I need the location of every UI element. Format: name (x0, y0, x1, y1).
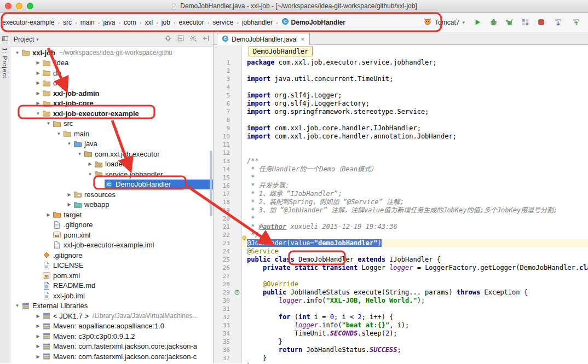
expand-arrow-icon[interactable]: ▶ (34, 323, 42, 328)
tree-item-src[interactable]: ▼src (10, 119, 213, 129)
code-line-30[interactable]: 30 logger.info("XXL-JOB, Hello World."); (214, 297, 588, 305)
breadcrumb-item-executor[interactable]: executor (177, 17, 205, 28)
code-line-32[interactable]: 32 for (int i = 0; i < 2; i++) { (214, 313, 588, 321)
expand-arrow-icon[interactable]: ▼ (13, 50, 21, 55)
expand-arrow-icon[interactable]: ▶ (34, 60, 42, 65)
tree-item-.idea[interactable]: ▶.idea (10, 58, 213, 68)
coverage-button[interactable] (504, 17, 515, 28)
code-line-10[interactable]: 10import com.xxl.job.core.handler.annota… (214, 132, 588, 141)
code-line-13[interactable]: 13/** (214, 157, 588, 165)
expand-arrow-icon[interactable]: ▶ (34, 71, 42, 76)
tree-item-doc[interactable]: ▶doc (10, 78, 213, 89)
tree-item-xxl-job.iml[interactable]: xxl-job.iml (10, 291, 213, 301)
tree-item-demojobhandler[interactable]: CDemoJobHandler (10, 180, 213, 190)
tree-item-service.jobhandler[interactable]: ▼service.jobhandler (10, 169, 213, 180)
code-line-6[interactable]: 6import org.slf4j.LoggerFactory; (214, 100, 588, 108)
breadcrumb-item-executor-example[interactable]: executor-example (1, 17, 55, 28)
code-line-5[interactable]: 5import org.slf4j.Logger; (214, 91, 588, 100)
tree-item-xxl-job-admin[interactable]: ▶xxl-job-admin (10, 88, 213, 99)
code-line-29[interactable]: 29 public JobHandleStatus execute(String… (214, 288, 588, 297)
stop-button[interactable] (535, 17, 546, 28)
code-line-11[interactable]: 11 (214, 141, 588, 149)
tree-item-externallibraries[interactable]: ▼External Libraries (10, 301, 213, 311)
run-configuration-selector[interactable]: Tomcat7 ▾ (421, 16, 467, 28)
code-line-3[interactable]: 3import java.util.concurrent.TimeUnit; (214, 75, 588, 83)
expand-arrow-icon[interactable]: ▶ (65, 202, 73, 207)
expand-arrow-icon[interactable]: ▼ (86, 172, 94, 177)
breadcrumb-item-job[interactable]: job (160, 17, 171, 28)
expand-arrow-icon[interactable]: ▼ (55, 131, 63, 136)
code-line-23[interactable]: 23@JobHander(value="demoJobHandler") (214, 239, 588, 247)
tree-item-<jdk1.7>[interactable]: ▶< JDK1.7 >/Library/Java/JavaVirtualMach… (10, 311, 213, 321)
profiler-button[interactable] (520, 17, 531, 28)
breadcrumb-item-demojobhandler[interactable]: CDemoJobHandler (280, 16, 347, 28)
tree-item-java[interactable]: ▼java (10, 139, 213, 149)
breadcrumb-item-service[interactable]: service (211, 17, 234, 28)
expand-arrow-icon[interactable]: ▼ (44, 121, 53, 126)
code-line-20[interactable]: 20 * (214, 215, 588, 223)
expand-arrow-icon[interactable]: ▶ (86, 161, 94, 166)
tree-item-xxl-job-executor-example.iml[interactable]: xxl-job-executor-example.iml (10, 240, 213, 251)
tree-item-mavencom.fasterxml.jackson.corejackson-a[interactable]: ▶Maven: com.fasterxml.jackson.core:jacks… (10, 342, 213, 352)
tree-item-readme.md[interactable]: README.md (10, 281, 213, 291)
breadcrumb-chip[interactable]: DemoJobHandler (249, 47, 313, 56)
code-line-15[interactable]: 15 * (214, 174, 588, 182)
code-line-34[interactable]: 34 TimeUnit.SECONDS.sleep(2); (214, 330, 588, 338)
scrollbar-thumb[interactable] (210, 151, 212, 216)
code-line-36[interactable]: 36 return JobHandleStatus.SUCCESS; (214, 346, 588, 354)
code-line-1[interactable]: 1package com.xxl.job.executor.service.jo… (214, 59, 588, 67)
zoom-window-button[interactable] (27, 3, 33, 9)
code-line-21[interactable]: 21 * @author xuxueli 2015-12-19 19:43:36 (214, 223, 588, 231)
code-line-4[interactable]: 4 (214, 83, 588, 91)
tree-item-mavencom.fasterxml.jackson.corejackson-c[interactable]: ▶Maven: com.fasterxml.jackson.core:jacks… (10, 351, 213, 362)
code-line-19[interactable]: 19 * 3、加 “@JobHander” 注解，注解value值为新增任务生成… (214, 206, 588, 215)
breadcrumb-item-main[interactable]: main (79, 17, 96, 28)
code-line-14[interactable]: 14 * 任务Handler的一个Demo（Bean模式） (214, 165, 588, 174)
code-line-16[interactable]: 16 * 开发步骤： (214, 182, 588, 190)
code-line-37[interactable]: 37 } (214, 354, 588, 362)
expand-arrow-icon[interactable]: ▶ (44, 212, 53, 217)
code-line-9[interactable]: 9import com.xxl.job.core.handler.IJobHan… (214, 124, 588, 132)
chevron-down-icon[interactable]: ▾ (36, 37, 39, 42)
code-line-27[interactable]: 27 (214, 272, 588, 280)
close-window-button[interactable] (5, 3, 11, 9)
settings-gear-button[interactable] (189, 34, 197, 44)
code-line-18[interactable]: 18 * 2、装配到Spring，例如加 “@Service” 注解； (214, 198, 588, 206)
code-line-31[interactable]: 31 (214, 305, 588, 313)
expand-arrow-icon[interactable]: ▶ (34, 354, 42, 359)
minimize-window-button[interactable] (16, 3, 22, 9)
expand-arrow-icon[interactable]: ▶ (34, 344, 42, 349)
tree-item-mavenc3p0c3p00.9.1.2[interactable]: ▶Maven: c3p0:c3p0:0.9.1.2 (10, 331, 213, 342)
tree-item-db[interactable]: ▶db (10, 68, 213, 78)
tree-item-main[interactable]: ▼main (10, 129, 213, 139)
code-line-7[interactable]: 7import org.springframework.stereotype.S… (214, 108, 588, 116)
locate-file-button[interactable] (164, 34, 172, 44)
tree-item-webapp[interactable]: ▶webapp (10, 200, 213, 210)
tree-item-.gitignore[interactable]: .gitignore (10, 220, 213, 230)
run-button[interactable] (472, 17, 483, 28)
project-strip-label[interactable]: 1: Project (2, 48, 8, 78)
expand-arrow-icon[interactable]: ▼ (65, 141, 73, 146)
project-panel-title[interactable]: Project (14, 36, 34, 43)
close-icon[interactable]: × (301, 35, 305, 43)
code-line-8[interactable]: 8 (214, 116, 588, 124)
expand-arrow-icon[interactable]: ▼ (13, 303, 21, 308)
expand-arrow-icon[interactable]: ▶ (34, 101, 42, 106)
intention-bulb-icon[interactable] (241, 235, 248, 242)
code-line-2[interactable]: 2 (214, 67, 588, 75)
code-area[interactable]: 1package com.xxl.job.executor.service.jo… (214, 45, 588, 363)
code-line-26[interactable]: 26 private static transient Logger logge… (214, 264, 588, 272)
code-line-22[interactable]: 22 */ (214, 231, 588, 239)
code-line-12[interactable]: 12 (214, 149, 588, 157)
code-line-33[interactable]: 33 logger.info("beat at:{}", i); (214, 321, 588, 330)
breadcrumb-item-jobhandler[interactable]: jobhandler (241, 17, 274, 28)
hide-panel-button[interactable] (202, 34, 210, 44)
expand-arrow-icon[interactable]: ▶ (34, 91, 42, 96)
code-line-25[interactable]: 25public class DemoJobHandler extends IJ… (214, 256, 588, 264)
tree-item-loader[interactable]: ▶loader (10, 159, 213, 170)
tree-item-xxl-job-executor-example[interactable]: ▼xxl-job-executor-example (10, 108, 213, 119)
code-line-17[interactable]: 17 * 1、继承 “IJobHandler”； (214, 190, 588, 198)
tree-item-resources[interactable]: ▶resources (10, 189, 213, 200)
breadcrumb-item-java[interactable]: java (102, 17, 116, 28)
tree-item-.gitignore[interactable]: .gitignore (10, 250, 213, 261)
